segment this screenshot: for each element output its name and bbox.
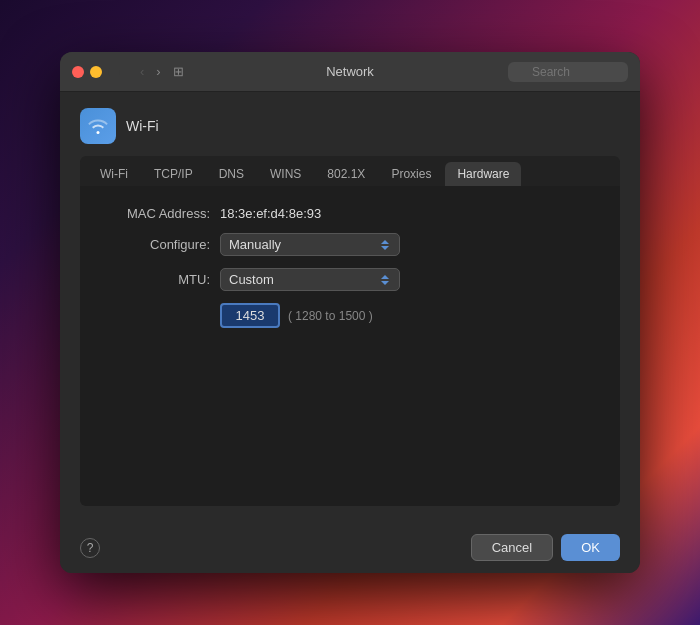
mac-address-row: MAC Address: 18:3e:ef:d4:8e:93	[100, 206, 600, 221]
tab-wins[interactable]: WINS	[258, 162, 313, 186]
configure-row: Configure: Manually	[100, 233, 600, 256]
mtu-input-row: ( 1280 to 1500 )	[220, 303, 600, 328]
wifi-label: Wi-Fi	[126, 118, 159, 134]
mac-label: MAC Address:	[100, 206, 210, 221]
tabs-section: Wi-Fi TCP/IP DNS WINS 802.1X Proxies Har…	[80, 156, 620, 506]
mtu-row: MTU: Custom	[100, 268, 600, 291]
grid-icon: ⊞	[173, 64, 184, 79]
titlebar-nav: ‹ ›	[136, 62, 165, 81]
network-window: ‹ › ⊞ Network Wi-Fi Wi-Fi TCP/IP	[60, 52, 640, 573]
content-area: Wi-Fi Wi-Fi TCP/IP DNS WINS 802.1X Proxi…	[60, 92, 640, 522]
traffic-lights	[72, 66, 120, 78]
tab-wifi[interactable]: Wi-Fi	[88, 162, 140, 186]
configure-dropdown[interactable]: Manually	[220, 233, 400, 256]
cancel-button[interactable]: Cancel	[471, 534, 553, 561]
tab-proxies[interactable]: Proxies	[379, 162, 443, 186]
bottom-bar: ? Cancel OK	[60, 522, 640, 573]
back-arrow[interactable]: ‹	[136, 62, 148, 81]
window-title: Network	[326, 64, 374, 79]
configure-label: Configure:	[100, 237, 210, 252]
mtu-dropdown-arrow	[379, 273, 391, 287]
tab-dns[interactable]: DNS	[207, 162, 256, 186]
tab-tcpip[interactable]: TCP/IP	[142, 162, 205, 186]
wifi-header: Wi-Fi	[80, 108, 620, 144]
mtu-label: MTU:	[100, 272, 210, 287]
hardware-panel: MAC Address: 18:3e:ef:d4:8e:93 Configure…	[80, 186, 620, 506]
close-button[interactable]	[72, 66, 84, 78]
configure-dropdown-value: Manually	[229, 237, 281, 252]
mtu-range-label: ( 1280 to 1500 )	[288, 309, 373, 323]
wifi-icon	[80, 108, 116, 144]
mac-value: 18:3e:ef:d4:8e:93	[220, 206, 321, 221]
search-input[interactable]	[508, 62, 628, 82]
maximize-button	[108, 66, 120, 78]
mtu-dropdown[interactable]: Custom	[220, 268, 400, 291]
tabs-bar: Wi-Fi TCP/IP DNS WINS 802.1X Proxies Har…	[80, 156, 620, 186]
configure-dropdown-arrow	[379, 238, 391, 252]
titlebar: ‹ › ⊞ Network	[60, 52, 640, 92]
help-button[interactable]: ?	[80, 538, 100, 558]
tab-hardware[interactable]: Hardware	[445, 162, 521, 186]
minimize-button[interactable]	[90, 66, 102, 78]
tab-8021x[interactable]: 802.1X	[315, 162, 377, 186]
mtu-dropdown-value: Custom	[229, 272, 274, 287]
forward-arrow[interactable]: ›	[152, 62, 164, 81]
ok-button[interactable]: OK	[561, 534, 620, 561]
search-wrapper	[508, 62, 628, 82]
action-buttons: Cancel OK	[471, 534, 620, 561]
mtu-input[interactable]	[220, 303, 280, 328]
